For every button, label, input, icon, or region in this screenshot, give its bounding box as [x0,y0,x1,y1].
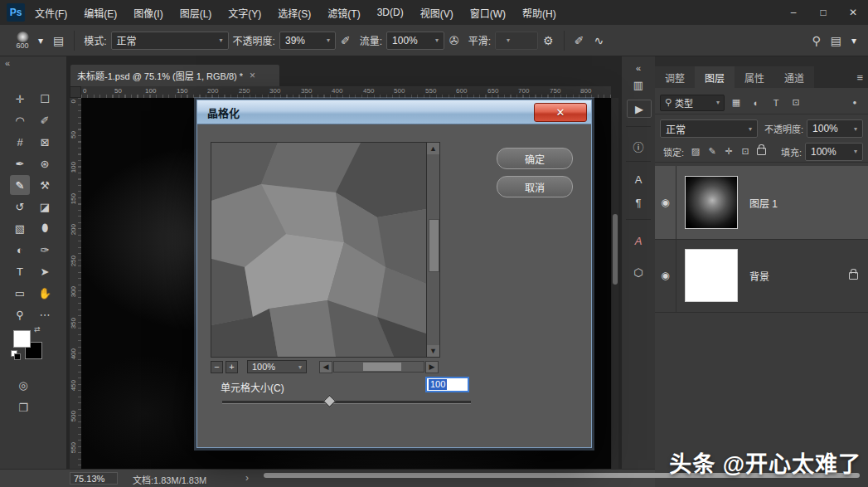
smoothing-options-gear-icon[interactable]: ⚙ [543,34,554,47]
filter-preview[interactable]: ▲ ▼ [211,142,440,358]
history-panel-button[interactable]: ▥ [627,75,650,95]
panel-menu-icon[interactable]: ≡ [856,71,863,84]
dialog-titlebar[interactable]: 晶格化 [197,100,591,124]
layer-thumbnail[interactable] [685,249,738,302]
eyedropper-tool[interactable]: ✒ [10,153,30,173]
preview-zoom-in-button[interactable]: + [225,361,238,373]
more-tools[interactable]: ⋯ [35,304,55,324]
menu-item-window[interactable]: 窗口(W) [470,6,506,20]
cell-size-input[interactable]: 100 [425,377,469,392]
collapse-tools-icon[interactable]: « [5,58,10,68]
actions-panel-button[interactable]: ▶ [627,100,652,118]
menu-item-select[interactable]: 选择(S) [278,6,311,20]
slider-thumb[interactable] [323,395,337,408]
cell-size-slider[interactable] [222,401,471,404]
symmetry-icon[interactable]: ∿ [594,34,604,47]
minimize-button[interactable]: – [778,0,808,25]
zoom-level-field[interactable]: 75.13% [70,472,118,485]
layer-filter-type-dropdown[interactable]: ⚲ 类型 ▾ [660,95,725,111]
glyphs-panel-button[interactable]: A [627,231,650,251]
menu-item-image[interactable]: 图像(I) [133,6,162,20]
document-tab[interactable]: 未标题-1.psd @ 75.1% (图层 1, RGB/8) * × [70,65,279,86]
scrollbar-thumb[interactable] [613,214,618,285]
brush-preset-arrow-icon[interactable]: ▾ [33,32,48,49]
slice-tool[interactable]: ⊠ [35,132,55,152]
layer-row-1[interactable]: ◉ 图层 1 [655,166,868,240]
tab-adjustments[interactable]: 调整 [655,66,695,88]
menu-item-help[interactable]: 帮助(H) [522,6,556,20]
fill-dropdown[interactable]: 100% ▾ [805,143,863,161]
info-panel-button[interactable]: ⓘ [627,136,650,156]
gradient-tool[interactable]: ▧ [10,218,30,238]
status-options-chevron[interactable]: › [245,472,249,484]
zoom-tool[interactable]: ⚲ [10,304,30,324]
scroll-right-icon[interactable]: ▶ [425,361,439,373]
layer-opacity-dropdown[interactable]: 100% ▾ [807,119,863,138]
tab-channels[interactable]: 通道 [774,66,814,88]
lock-position-icon[interactable]: ✛ [722,145,735,158]
menu-item-file[interactable]: 文件(F) [35,6,67,20]
preview-vertical-scrollbar[interactable]: ▲ ▼ [426,143,439,357]
workspace-arrow-icon[interactable]: ▾ [846,32,861,49]
tab-layers[interactable]: 图层 [695,66,735,88]
lock-artboard-icon[interactable]: ⊡ [739,145,752,158]
tab-properties[interactable]: 属性 [735,66,774,88]
preview-horizontal-scrollbar[interactable] [333,361,424,373]
character-panel-button[interactable]: A [627,169,650,189]
lock-all-icon[interactable] [757,148,766,155]
canvas-vertical-scrollbar[interactable] [612,98,618,469]
crop-tool[interactable]: # [10,132,30,152]
screen-mode-button[interactable]: ❐ [13,398,33,416]
blend-mode-dropdown[interactable]: 正常 ▾ [660,119,758,138]
marquee-tool[interactable]: ☐ [35,89,55,109]
filter-type-layers-button[interactable]: T [768,95,784,110]
lock-transparency-icon[interactable]: ▨ [689,145,702,158]
pressure-size-icon[interactable]: ✐ [575,34,584,47]
menu-item-edit[interactable]: 编辑(E) [84,6,117,20]
filter-pixel-layers-button[interactable]: ▦ [728,95,744,110]
filter-shape-layers-button[interactable]: ⊡ [788,95,804,110]
workspace-switcher-icon[interactable]: ▤ [831,34,841,47]
dialog-close-button[interactable]: ✕ [534,103,587,122]
cancel-button[interactable]: 取消 [497,176,573,197]
lock-pixels-icon[interactable]: ✎ [706,145,719,158]
menu-item-type[interactable]: 文字(Y) [228,6,261,20]
hand-tool[interactable]: ✋ [35,283,55,303]
move-tool[interactable]: ✛ [10,89,30,109]
menu-item-view[interactable]: 视图(V) [420,6,453,20]
brush-tool[interactable]: ✎ [10,175,30,195]
preview-zoom-dropdown[interactable]: 100% ▾ [247,360,307,373]
foreground-color-swatch[interactable] [13,330,31,348]
mode-dropdown[interactable]: 正常 ▾ [111,32,229,50]
opacity-dropdown[interactable]: 39% ▾ [279,32,336,50]
path-select-tool[interactable]: ➤ [35,261,55,281]
layer-visibility-toggle[interactable]: ◉ [655,166,676,239]
quick-mask-button[interactable]: ◎ [13,376,33,394]
quick-select-tool[interactable]: ✐ [35,110,55,130]
history-brush-tool[interactable]: ↺ [10,197,30,217]
swap-colors-icon[interactable]: ⇄ [34,325,41,334]
pressure-opacity-icon[interactable]: ✐ [341,34,351,47]
flow-dropdown[interactable]: 100% ▾ [386,32,444,50]
maximize-button[interactable]: □ [808,0,838,25]
airbrush-icon[interactable]: ✇ [449,34,459,47]
scroll-left-icon[interactable]: ◀ [319,361,332,373]
menu-item-filter[interactable]: 滤镜(T) [327,6,360,20]
horizontal-ruler[interactable]: 0 50 100 150 200 250 300 350 400 450 500… [81,86,611,99]
layer-row-background[interactable]: ◉ 背景 [655,239,868,313]
close-button[interactable]: ✕ [838,0,868,25]
preview-zoom-out-button[interactable]: − [211,361,223,373]
3d-panel-button[interactable]: ⬡ [627,262,650,282]
healing-tool[interactable]: ⊛ [35,153,55,173]
filter-adjustment-layers-button[interactable]: ◐ [748,95,764,110]
scroll-down-icon[interactable]: ▼ [427,345,439,357]
type-tool[interactable]: T [10,261,30,281]
search-icon[interactable]: ⚲ [812,34,820,47]
default-colors-icon[interactable] [11,350,21,360]
eraser-tool[interactable]: ◪ [35,197,55,217]
pen-tool[interactable]: ✑ [35,240,55,260]
scrollbar-thumb[interactable] [429,219,439,272]
clone-stamp-tool[interactable]: ⚒ [35,175,55,195]
shape-tool[interactable]: ▭ [10,283,30,303]
menu-item-layer[interactable]: 图层(L) [180,6,212,20]
